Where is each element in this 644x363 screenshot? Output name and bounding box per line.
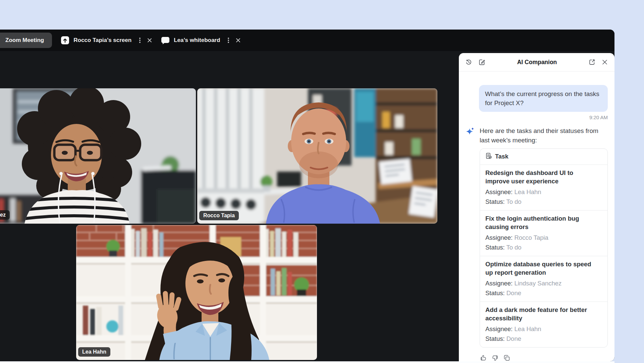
ai-companion-header: AI Companion: [459, 53, 614, 72]
task-assignee: Assignee: Lindsay Sanchez: [485, 279, 602, 287]
participant-name-badge: ez: [0, 210, 10, 220]
tab-menu-icon[interactable]: [225, 37, 231, 44]
task-item: Redesign the dashboard UI toimprove user…: [480, 165, 607, 211]
assistant-message-text: Here are the tasks and their statuses fr…: [480, 126, 598, 145]
thumbs-up-icon[interactable]: [480, 354, 487, 361]
task-assignee: Assignee: Lea Hahn: [485, 325, 602, 333]
task-status: Status: Done: [485, 334, 602, 343]
user-message-bubble: What’s the current progress on the tasks…: [479, 85, 608, 112]
task-title: Add a dark mode feature for betteraccess…: [485, 306, 602, 322]
task-item: Optimize database queries to speedup rep…: [480, 256, 607, 302]
participant-1-video: [0, 88, 196, 224]
video-tile-lea-hahn[interactable]: Lea Hahn: [76, 225, 317, 360]
ai-companion-sparkle-icon: [466, 127, 475, 145]
rocco-tapia-video: [197, 88, 437, 224]
task-assignee: Assignee: Rocco Tapia: [485, 233, 602, 242]
task-assignee: Assignee: Lea Hahn: [485, 188, 602, 196]
whiteboard-icon: [161, 36, 170, 44]
tab-close-icon[interactable]: [147, 38, 152, 43]
task-item: Fix the login authentication bugcausing …: [480, 211, 607, 256]
pop-out-icon[interactable]: [588, 58, 596, 66]
tab-label: Rocco Tapia’s screen: [73, 37, 131, 44]
zoom-window: Zoom Meeting Rocco Tapia’s screen Lea’: [0, 30, 614, 361]
ai-chat-thread: What’s the current progress on the tasks…: [459, 85, 614, 361]
assistant-message: Here are the tasks and their statuses fr…: [466, 126, 608, 145]
message-timestamp: 9:20 AM: [466, 115, 608, 120]
share-screen-icon: [61, 36, 69, 45]
close-icon[interactable]: [601, 58, 608, 66]
tab-zoom-meeting[interactable]: Zoom Meeting: [0, 33, 52, 48]
task-status: Status: To do: [485, 243, 602, 252]
task-title: Redesign the dashboard UI toimprove user…: [485, 169, 602, 185]
task-item: Add a dark mode feature for betteraccess…: [480, 302, 607, 347]
task-card-header: Task: [480, 149, 607, 165]
task-list-icon: [485, 152, 492, 161]
tab-lea-whiteboard[interactable]: Lea’s whiteboard: [161, 36, 241, 44]
tab-label: Lea’s whiteboard: [174, 37, 220, 44]
panel-title: AI Companion: [486, 59, 588, 66]
task-status: Status: To do: [485, 197, 602, 206]
copy-icon[interactable]: [503, 354, 511, 361]
page-bottom-strip: [0, 361, 614, 363]
tab-close-icon[interactable]: [235, 38, 241, 43]
task-title: Fix the login authentication bugcausing …: [485, 214, 602, 231]
ai-companion-panel: AI Companion What’s the current progress…: [459, 53, 614, 361]
lea-hahn-video: [76, 225, 317, 360]
participant-name-badge: Lea Hahn: [78, 347, 110, 357]
tab-menu-icon[interactable]: [137, 37, 143, 44]
message-feedback-bar: [480, 354, 608, 361]
video-tile-rocco-tapia[interactable]: Rocco Tapia: [197, 88, 437, 224]
participant-name-badge: Rocco Tapia: [199, 211, 239, 220]
tab-label: Zoom Meeting: [5, 37, 44, 44]
task-title: Optimize database queries to speedup rep…: [485, 260, 602, 277]
task-card: Task Redesign the dashboard UI toimprove…: [480, 148, 608, 348]
task-card-title: Task: [495, 153, 508, 160]
thumbs-down-icon[interactable]: [491, 354, 499, 361]
video-tile-participant-1[interactable]: ez: [0, 88, 196, 224]
new-chat-icon[interactable]: [478, 58, 486, 66]
tab-rocco-screen[interactable]: Rocco Tapia’s screen: [61, 36, 152, 45]
task-status: Status: Done: [485, 289, 602, 297]
screen: Zoom Meeting Rocco Tapia’s screen Lea’: [0, 0, 644, 363]
history-icon[interactable]: [465, 58, 472, 66]
tab-bar: Zoom Meeting Rocco Tapia’s screen Lea’: [0, 30, 614, 51]
